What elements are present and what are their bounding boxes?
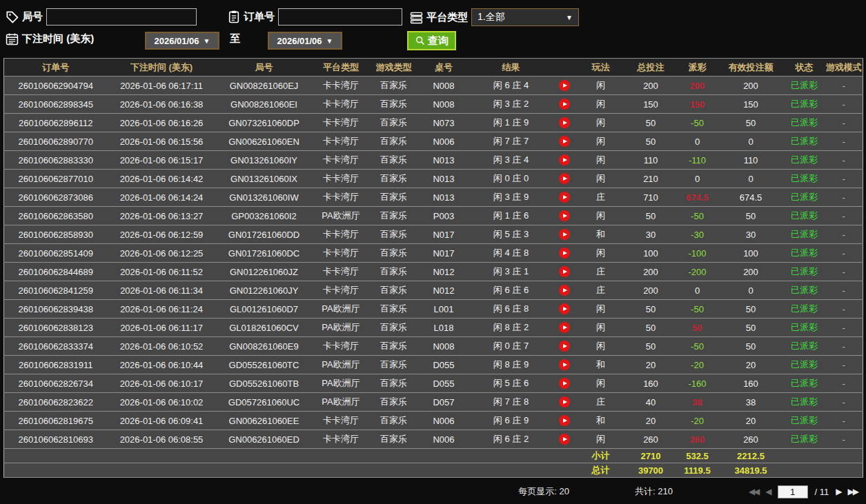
subtotal-valid-bet: 2212.5 xyxy=(718,449,784,463)
platform-cell: 卡卡湾厅 xyxy=(313,132,370,151)
table-no-cell: L001 xyxy=(418,300,470,319)
search-icon xyxy=(415,35,426,46)
status-cell: 已派彩 xyxy=(784,170,825,188)
game-type-cell: 百家乐 xyxy=(370,393,418,412)
table-no-cell: L018 xyxy=(418,319,470,337)
replay-button[interactable] xyxy=(559,99,570,110)
prev-page-button[interactable]: ◀ xyxy=(765,487,770,496)
first-page-button[interactable]: ◀◀ xyxy=(749,487,758,496)
platform-cell: 卡卡湾厅 xyxy=(313,337,370,356)
play-icon xyxy=(563,270,567,274)
status-cell: 已派彩 xyxy=(784,207,825,225)
replay-button[interactable] xyxy=(559,396,570,407)
replay-cell xyxy=(553,188,577,207)
replay-button[interactable] xyxy=(559,154,570,165)
platform-type-select[interactable]: 1.全部 ▼ xyxy=(471,8,579,26)
game-mode-cell: - xyxy=(825,225,863,244)
replay-button[interactable] xyxy=(559,248,570,259)
status-cell: 已派彩 xyxy=(784,114,825,132)
platform-cell: 卡卡湾厅 xyxy=(313,188,370,207)
table-row: 2601060628730862026-01-06 06:14:24GN0132… xyxy=(4,188,863,207)
table-row: 2601060628770102026-01-06 06:14:42GN0132… xyxy=(4,170,863,188)
valid-bet-cell: 200 xyxy=(718,263,784,281)
date-from-picker[interactable]: 2026/01/06 ▼ xyxy=(145,32,219,50)
replay-button[interactable] xyxy=(559,341,570,352)
result-cell: 闲 5 庄 3 xyxy=(470,225,553,244)
replay-button[interactable] xyxy=(559,378,570,389)
grand-total-label: 总计 xyxy=(577,463,625,478)
game-type-cell: 百家乐 xyxy=(370,263,418,281)
platform-cell: 卡卡湾厅 xyxy=(313,170,370,188)
replay-button[interactable] xyxy=(559,136,570,147)
replay-button[interactable] xyxy=(559,434,570,445)
replay-button[interactable] xyxy=(559,285,570,296)
play-side-cell: 和 xyxy=(577,225,625,244)
valid-bet-cell: 110 xyxy=(718,151,784,170)
play-icon xyxy=(563,344,567,348)
last-page-button[interactable]: ▶▶ xyxy=(848,487,858,496)
platform-cell: 卡卡湾厅 xyxy=(313,263,370,281)
total-bet-cell: 210 xyxy=(625,170,677,188)
order-no-cell: 260106062873086 xyxy=(4,188,108,207)
play-icon xyxy=(563,400,567,404)
order-no-cell: 260106062890770 xyxy=(4,132,108,151)
next-page-button[interactable]: ▶ xyxy=(836,487,840,496)
round-no-cell: GN013261060IX xyxy=(216,170,313,188)
replay-button[interactable] xyxy=(559,359,570,370)
game-type-cell: 百家乐 xyxy=(370,281,418,300)
table-no-cell: D055 xyxy=(418,356,470,374)
replay-button[interactable] xyxy=(559,266,570,277)
round-no-input[interactable] xyxy=(46,8,197,26)
valid-bet-cell: 50 xyxy=(718,319,784,337)
column-header-4: 游戏类型 xyxy=(370,59,418,77)
grand-total-valid-bet: 34819.5 xyxy=(718,463,784,478)
replay-button[interactable] xyxy=(559,322,570,333)
platform-cell: 卡卡湾厅 xyxy=(313,244,370,263)
bet-time-label: 下注时间 (美东) xyxy=(22,32,94,46)
result-cell: 闲 8 庄 2 xyxy=(470,319,553,337)
replay-button[interactable] xyxy=(559,192,570,203)
replay-button[interactable] xyxy=(559,117,570,128)
table-row: 2601060628446892026-01-06 06:11:52GN0122… xyxy=(4,263,863,281)
per-page-label: 每页显示: 20 xyxy=(518,485,569,498)
status-cell: 已派彩 xyxy=(784,263,825,281)
replay-cell xyxy=(553,337,577,356)
bet-time-cell: 2026-01-06 06:16:26 xyxy=(108,114,216,132)
order-no-cell: 260106062839438 xyxy=(4,300,108,319)
play-icon xyxy=(563,195,567,199)
order-no-cell: 260106062831911 xyxy=(4,356,108,374)
total-bet-cell: 40 xyxy=(625,393,677,412)
table-no-cell: N073 xyxy=(418,114,470,132)
payout-cell: -20 xyxy=(677,412,718,430)
page-number-input[interactable] xyxy=(778,485,808,498)
date-to-picker[interactable]: 2026/01/06 ▼ xyxy=(268,32,342,50)
replay-button[interactable] xyxy=(559,80,570,91)
replay-button[interactable] xyxy=(559,415,570,426)
table-no-cell: P003 xyxy=(418,207,470,225)
replay-button[interactable] xyxy=(559,210,570,221)
round-no-cell: GN006261060EE xyxy=(216,412,313,430)
order-no-cell: 260106062826734 xyxy=(4,374,108,393)
table-row: 2601060628589302026-01-06 06:12:59GN0172… xyxy=(4,225,863,244)
order-no-input[interactable] xyxy=(278,8,402,26)
play-side-cell: 闲 xyxy=(577,95,625,114)
status-cell: 已派彩 xyxy=(784,77,825,95)
result-cell: 闲 1 庄 9 xyxy=(470,114,553,132)
round-no-cell: GD057261060UC xyxy=(216,393,313,412)
play-side-cell: 庄 xyxy=(577,393,625,412)
replay-button[interactable] xyxy=(559,229,570,240)
replay-cell xyxy=(553,374,577,393)
game-mode-cell: - xyxy=(825,300,863,319)
replay-button[interactable] xyxy=(559,303,570,314)
replay-cell xyxy=(553,95,577,114)
play-icon xyxy=(563,158,567,162)
replay-cell xyxy=(553,300,577,319)
bet-records-table: 订单号下注时间 (美东)局号平台类型游戏类型桌号结果玩法总投注派彩有效投注额状态… xyxy=(3,58,863,478)
table-row: 2601060628635802026-01-06 06:13:27GP0032… xyxy=(4,207,863,225)
game-type-cell: 百家乐 xyxy=(370,95,418,114)
play-side-cell: 闲 xyxy=(577,170,625,188)
query-button[interactable]: 查询 xyxy=(407,31,456,50)
game-mode-cell: - xyxy=(825,412,863,430)
replay-button[interactable] xyxy=(559,173,570,184)
footer-bar: 每页显示: 20 共计: 210 ◀◀ ◀ / 11 ▶ ▶▶ xyxy=(0,479,866,504)
